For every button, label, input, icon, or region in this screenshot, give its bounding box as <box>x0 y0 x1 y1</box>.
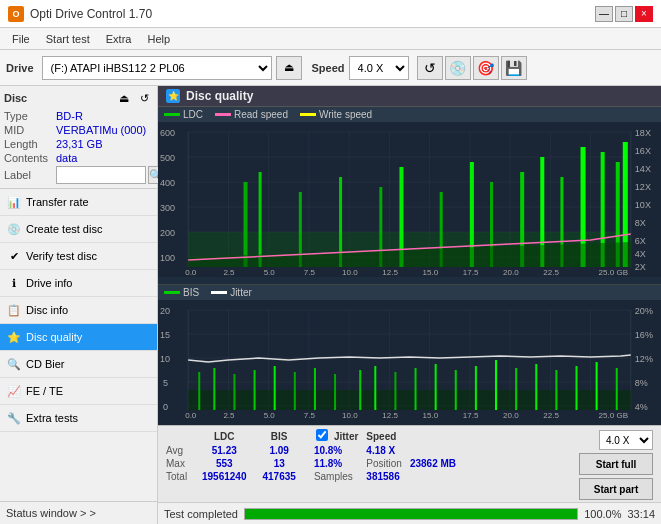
drive-select[interactable]: (F:) ATAPI iHBS112 2 PL06 <box>42 56 272 80</box>
minimize-button[interactable]: — <box>595 6 613 22</box>
lower-chart-legend: BIS Jitter <box>158 285 661 300</box>
disc-refresh-icon[interactable]: ↺ <box>135 90 153 106</box>
jitter-label: Jitter <box>230 287 252 298</box>
target-icon[interactable]: 🎯 <box>473 56 499 80</box>
svg-rect-86 <box>274 366 276 410</box>
title-bar: O Opti Drive Control 1.70 — □ × <box>0 0 661 28</box>
eject-button[interactable]: ⏏ <box>276 56 302 80</box>
disc-info-icon: 📋 <box>6 302 22 318</box>
svg-rect-96 <box>475 366 477 410</box>
svg-rect-94 <box>435 364 437 410</box>
svg-text:12X: 12X <box>635 182 651 192</box>
spacer-total <box>304 470 312 483</box>
disc-label-text: Label <box>4 169 56 181</box>
svg-text:20.0: 20.0 <box>503 411 519 420</box>
menu-start-test[interactable]: Start test <box>38 31 98 47</box>
svg-rect-82 <box>198 372 200 410</box>
svg-text:8X: 8X <box>635 218 646 228</box>
speed-dropdown[interactable]: 4.0 X <box>599 430 653 450</box>
nav-transfer-rate[interactable]: 📊 Transfer rate <box>0 189 157 216</box>
svg-text:25.0 GB: 25.0 GB <box>599 411 629 420</box>
save-icon[interactable]: 💾 <box>501 56 527 80</box>
svg-text:10X: 10X <box>635 200 651 210</box>
svg-text:0: 0 <box>163 402 168 412</box>
status-window-button[interactable]: Status window > > <box>0 501 157 524</box>
max-bis: 13 <box>255 457 304 470</box>
progress-bar-fill <box>245 509 577 519</box>
svg-text:15: 15 <box>160 330 170 340</box>
spacer-max <box>304 457 312 470</box>
disc-label-input[interactable] <box>56 166 146 184</box>
nav-extra-tests-label: Extra tests <box>26 412 78 424</box>
svg-rect-87 <box>294 372 296 410</box>
disc-icon[interactable]: 💿 <box>445 56 471 80</box>
lower-chart-svg: 20 15 10 5 0 20% 16% 12% 8% 4% 0.0 2.5 5… <box>158 300 661 420</box>
avg-row: Avg 51.23 1.09 10.8% 4.18 X <box>162 444 458 457</box>
legend-read-speed: Read speed <box>215 109 288 120</box>
disc-length-value: 23,31 GB <box>56 138 102 150</box>
stats-header-row: LDC BIS Jitter Speed <box>162 428 458 444</box>
disc-type-field: Type BD-R <box>4 110 153 122</box>
speed-select[interactable]: 4.0 X <box>349 56 409 80</box>
svg-rect-83 <box>213 368 215 410</box>
max-row: Max 553 13 11.8% Position 23862 MB <box>162 457 458 470</box>
svg-text:200: 200 <box>160 228 175 238</box>
nav-create-test-disc[interactable]: 💿 Create test disc <box>0 216 157 243</box>
window-controls: — □ × <box>595 6 653 22</box>
svg-rect-92 <box>394 372 396 410</box>
position-row: Position <box>360 457 408 470</box>
disc-quality-icon: ⭐ <box>6 329 22 345</box>
menu-bar: File Start test Extra Help <box>0 28 661 50</box>
refresh-icon[interactable]: ↺ <box>417 56 443 80</box>
disc-action-icons: ⏏ ↺ <box>115 90 153 106</box>
menu-extra[interactable]: Extra <box>98 31 140 47</box>
bis-label: BIS <box>183 287 199 298</box>
progress-bar-container <box>244 508 578 520</box>
nav-extra-tests[interactable]: 🔧 Extra tests <box>0 405 157 432</box>
nav-drive-info-label: Drive info <box>26 277 72 289</box>
svg-rect-21 <box>259 172 262 267</box>
disc-type-label: Type <box>4 110 56 122</box>
nav-disc-info[interactable]: 📋 Disc info <box>0 297 157 324</box>
position-value: 23862 MB <box>408 457 458 470</box>
spacer-header <box>304 428 312 444</box>
progress-percent: 100.0% <box>584 508 621 520</box>
menu-file[interactable]: File <box>4 31 38 47</box>
svg-text:5: 5 <box>163 378 168 388</box>
disc-contents-label: Contents <box>4 152 56 164</box>
svg-rect-93 <box>415 368 417 410</box>
chart-title: Disc quality <box>186 89 253 103</box>
nav-disc-quality[interactable]: ⭐ Disc quality <box>0 324 157 351</box>
menu-help[interactable]: Help <box>139 31 178 47</box>
disc-eject-icon[interactable]: ⏏ <box>115 90 133 106</box>
nav-disc-info-label: Disc info <box>26 304 68 316</box>
svg-text:20: 20 <box>160 306 170 316</box>
nav-drive-info[interactable]: ℹ Drive info <box>0 270 157 297</box>
legend-ldc: LDC <box>164 109 203 120</box>
svg-text:2X: 2X <box>635 262 646 272</box>
disc-mid-field: MID VERBATIMu (000) <box>4 124 153 136</box>
svg-rect-95 <box>455 370 457 410</box>
stats-area: LDC BIS Jitter Speed Avg 51.23 <box>158 425 661 502</box>
svg-rect-88 <box>314 368 316 410</box>
chart-header-icon: ⭐ <box>166 89 180 103</box>
svg-text:6X: 6X <box>635 236 646 246</box>
avg-speed: 4.18 X <box>360 444 408 457</box>
disc-label-field: Label 🔍 <box>4 166 153 184</box>
jitter-checkbox[interactable] <box>316 429 328 441</box>
jitter-color <box>211 291 227 294</box>
maximize-button[interactable]: □ <box>615 6 633 22</box>
svg-rect-103 <box>616 368 618 410</box>
close-button[interactable]: × <box>635 6 653 22</box>
svg-text:2.5: 2.5 <box>223 268 235 277</box>
svg-text:4%: 4% <box>635 402 648 412</box>
disc-length-label: Length <box>4 138 56 150</box>
lower-chart: BIS Jitter <box>158 285 661 425</box>
start-full-button[interactable]: Start full <box>579 453 653 475</box>
start-part-button[interactable]: Start part <box>579 478 653 500</box>
disc-contents-value: data <box>56 152 77 164</box>
nav-verify-test-disc[interactable]: ✔ Verify test disc <box>0 243 157 270</box>
nav-cd-bier[interactable]: 🔍 CD Bier <box>0 351 157 378</box>
nav-fe-te[interactable]: 📈 FE / TE <box>0 378 157 405</box>
svg-text:18X: 18X <box>635 128 651 138</box>
